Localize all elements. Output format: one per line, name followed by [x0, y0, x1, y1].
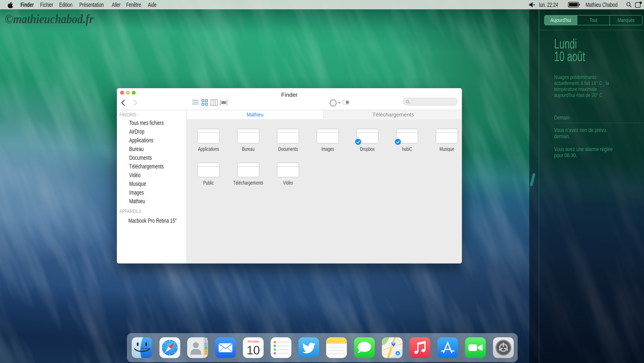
svg-text:B: B	[206, 343, 207, 345]
svg-text:D: D	[206, 351, 207, 353]
svg-text:C: C	[206, 347, 207, 349]
svg-text:Monday: Monday	[248, 339, 259, 343]
svg-text:280: 280	[392, 342, 395, 344]
svg-text:10: 10	[247, 343, 260, 357]
svg-text:A: A	[206, 339, 207, 341]
